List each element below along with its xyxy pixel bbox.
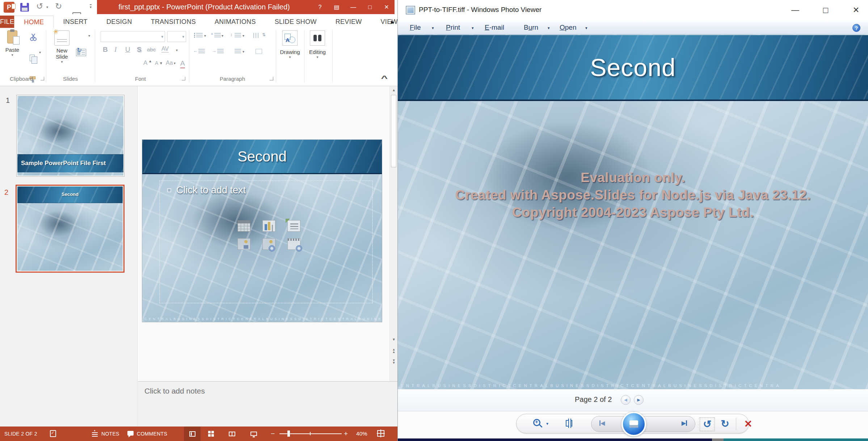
- menu-open-dropdown-icon[interactable]: ▾: [585, 26, 587, 30]
- zoom-in-button[interactable]: +: [344, 427, 348, 441]
- save-icon[interactable]: [20, 3, 29, 12]
- numbering-icon[interactable]: [214, 33, 221, 38]
- editor-scrollbar[interactable]: ▲ ▼ ▲▲ ▼▼: [389, 86, 397, 381]
- actual-size-icon[interactable]: [566, 420, 572, 427]
- character-spacing-button[interactable]: AV: [161, 46, 169, 52]
- next-slide-button[interactable]: ▼▼: [390, 359, 398, 364]
- increase-indent-icon[interactable]: [217, 49, 224, 54]
- clipboard-dialog-launcher-icon[interactable]: [41, 77, 44, 80]
- numbering-dropdown-icon[interactable]: ▾: [222, 34, 223, 38]
- spacing-dropdown-icon[interactable]: ▾: [176, 48, 178, 52]
- reset-slide-icon[interactable]: ↻: [77, 47, 82, 54]
- insert-online-picture-icon[interactable]: [262, 238, 275, 250]
- zoom-level[interactable]: 40%: [356, 427, 367, 441]
- tab-insert[interactable]: INSERT: [54, 16, 97, 28]
- copy-icon[interactable]: [30, 55, 35, 61]
- insert-picture-icon[interactable]: [237, 238, 250, 250]
- line-spacing-icon[interactable]: [235, 33, 241, 38]
- scroll-down-icon[interactable]: ▼: [390, 337, 398, 342]
- rotate-left-button[interactable]: ↺: [700, 417, 715, 431]
- menu-burn-dropdown-icon[interactable]: ▾: [548, 26, 550, 30]
- next-image-button[interactable]: ▶: [682, 420, 687, 427]
- slide-canvas[interactable]: Second Click to add text CENTRALBUSINESS…: [142, 139, 382, 322]
- previous-image-button[interactable]: ◀: [599, 420, 605, 427]
- collapse-ribbon-icon[interactable]: ^: [381, 74, 388, 83]
- slide-sorter-view-button[interactable]: [203, 427, 219, 441]
- insert-table-icon[interactable]: [237, 220, 250, 232]
- menu-print[interactable]: Print: [446, 24, 460, 32]
- tab-review[interactable]: REVIEW: [326, 16, 371, 28]
- editing-button[interactable]: Editing ▾: [306, 30, 329, 59]
- ribbon-display-options-button[interactable]: ▤: [330, 0, 343, 14]
- notes-toggle-label[interactable]: NOTES: [101, 427, 119, 441]
- paste-button[interactable]: Paste ▾: [2, 30, 22, 57]
- paragraph-dialog-launcher-icon[interactable]: [270, 77, 273, 80]
- line-spacing-dropdown-icon[interactable]: ▾: [243, 34, 244, 38]
- scroll-up-icon[interactable]: ▲: [390, 88, 398, 93]
- layout-dropdown-icon[interactable]: ▾: [88, 34, 90, 38]
- drawing-button[interactable]: A Drawing ▾: [278, 30, 302, 59]
- spellcheck-icon[interactable]: [50, 430, 56, 437]
- drawing-dropdown-icon[interactable]: ▾: [289, 55, 291, 59]
- tab-transitions[interactable]: TRANSITIONS: [142, 16, 205, 28]
- paste-dropdown-icon[interactable]: ▾: [11, 53, 13, 57]
- menu-file-dropdown-icon[interactable]: ▾: [432, 26, 434, 30]
- previous-slide-button[interactable]: ▲▲: [390, 348, 398, 353]
- menu-email[interactable]: E-mail: [485, 24, 504, 32]
- italic-button[interactable]: I: [114, 46, 117, 54]
- editing-dropdown-icon[interactable]: ▾: [316, 55, 318, 59]
- insert-smartart-icon[interactable]: [287, 220, 300, 232]
- text-shadow-button[interactable]: S: [137, 46, 142, 54]
- tab-scroll-icon[interactable]: ▶: [391, 20, 394, 25]
- font-color-button[interactable]: A: [180, 59, 185, 68]
- menu-print-dropdown-icon[interactable]: ▾: [472, 26, 474, 30]
- tab-animations[interactable]: ANIMATIONS: [205, 16, 265, 28]
- delete-button[interactable]: ✕: [741, 417, 755, 431]
- convert-smartart-icon[interactable]: [256, 49, 262, 54]
- pv-close-button[interactable]: ✕: [849, 4, 863, 17]
- minimize-button[interactable]: —: [347, 0, 360, 14]
- reading-view-button[interactable]: [224, 427, 240, 441]
- close-button[interactable]: ✕: [380, 0, 393, 14]
- zoom-out-button[interactable]: −: [271, 427, 275, 441]
- menu-burn[interactable]: Burn: [524, 24, 538, 32]
- slide-title-placeholder[interactable]: Second: [142, 140, 382, 174]
- copy-dropdown-icon[interactable]: ▾: [39, 50, 41, 54]
- new-slide-button[interactable]: New Slide ▾: [50, 30, 74, 64]
- fit-slide-to-window-icon[interactable]: [377, 430, 384, 437]
- insert-video-icon[interactable]: [287, 238, 300, 250]
- align-dropdown-icon[interactable]: ▾: [243, 50, 244, 54]
- scrollbar-thumb[interactable]: [391, 95, 396, 167]
- play-slideshow-button[interactable]: [621, 412, 646, 436]
- pv-maximize-button[interactable]: □: [818, 4, 833, 17]
- align-text-icon[interactable]: [235, 49, 241, 54]
- new-slide-dropdown-icon[interactable]: ▾: [61, 60, 63, 64]
- tab-file[interactable]: FILE: [0, 16, 14, 28]
- underline-button[interactable]: U: [125, 46, 130, 54]
- shrink-font-button[interactable]: A: [155, 60, 158, 66]
- insert-chart-icon[interactable]: [262, 220, 275, 232]
- grow-font-button[interactable]: A: [143, 59, 147, 67]
- zoom-icon[interactable]: [533, 419, 540, 426]
- pv-minimize-button[interactable]: —: [788, 4, 802, 17]
- change-case-dropdown-icon[interactable]: ▾: [174, 61, 176, 65]
- notes-pane[interactable]: Click to add notes: [138, 381, 397, 427]
- zoom-slider-thumb[interactable]: [287, 430, 290, 437]
- text-direction-icon[interactable]: ⇅: [262, 32, 266, 37]
- strikethrough-button[interactable]: abc: [147, 46, 156, 52]
- cut-icon[interactable]: [30, 34, 37, 41]
- font-size-combobox[interactable]: ▾: [167, 31, 186, 42]
- slide-1-thumbnail[interactable]: Sample PowerPoint File First: [16, 95, 125, 177]
- comments-icon[interactable]: [127, 431, 134, 436]
- maximize-button[interactable]: □: [363, 0, 376, 14]
- help-button[interactable]: ?: [313, 0, 326, 14]
- font-name-combobox[interactable]: ▾: [101, 31, 165, 42]
- menu-file[interactable]: File: [410, 24, 421, 32]
- tab-home[interactable]: HOME: [14, 16, 54, 28]
- undo-dropdown-icon[interactable]: ▾: [46, 5, 48, 9]
- bold-button[interactable]: B: [103, 46, 108, 54]
- next-page-button[interactable]: ▶: [634, 395, 644, 405]
- tab-slide-show[interactable]: SLIDE SHOW: [265, 16, 326, 28]
- columns-icon[interactable]: [253, 33, 260, 38]
- rotate-right-button[interactable]: ↻: [718, 417, 732, 430]
